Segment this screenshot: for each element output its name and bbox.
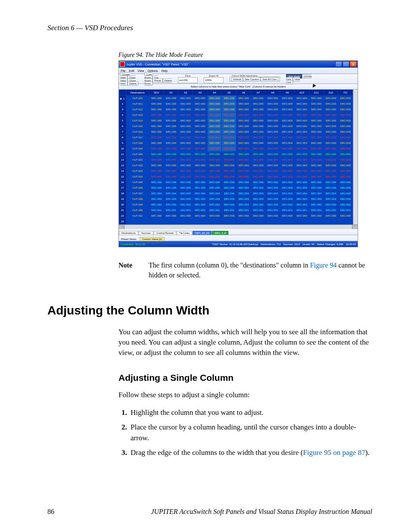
- grid-cell[interactable]: SRC-005: [324, 185, 338, 191]
- grid-cell[interactable]: SRC-000: [309, 101, 324, 107]
- grid-cell[interactable]: SRC-006: [324, 180, 338, 185]
- grid-cell[interactable]: SRC-000: [265, 112, 280, 118]
- grid-cell[interactable]: SRC-000: [280, 163, 295, 168]
- grid-cell[interactable]: SRC-000: [237, 146, 251, 152]
- grid-cell[interactable]: SRC-004: [280, 191, 295, 196]
- grid-cell[interactable]: SRC-000: [309, 146, 324, 152]
- grid-cell[interactable]: SRC-001: [251, 208, 265, 213]
- grid-cell[interactable]: SRC-005: [193, 185, 207, 191]
- grid-cell[interactable]: SRC-000: [324, 107, 338, 112]
- destination-cell[interactable]: OUT-013: [126, 112, 149, 118]
- destination-cell[interactable]: OUT-016: [126, 129, 149, 135]
- view-tab[interactable]: Destinations: [119, 231, 138, 235]
- grid-cell[interactable]: SRC-000: [222, 96, 237, 101]
- grid-cell[interactable]: SRC-002: [251, 202, 265, 208]
- grid-cell[interactable]: SRC-000: [265, 174, 280, 180]
- grid-cell[interactable]: SRC-004: [295, 191, 309, 196]
- grid-cell[interactable]: SRC-000: [309, 107, 324, 112]
- column-header[interactable]: A11: [309, 90, 324, 96]
- grid-cell[interactable]: SRC-000: [265, 213, 280, 219]
- grid-cell[interactable]: SRC-005: [265, 185, 280, 191]
- grid-cell[interactable]: SRC-000: [309, 129, 324, 135]
- grid-cell[interactable]: SRC-000: [149, 124, 164, 129]
- grid-cell[interactable]: SRC-000: [338, 157, 353, 163]
- grid-cell[interactable]: SRC-000: [178, 101, 193, 107]
- grid-cell[interactable]: SRC-005: [280, 185, 295, 191]
- grid-cell[interactable]: SRC-000: [222, 135, 237, 140]
- grid-cell[interactable]: SRC-000: [280, 174, 295, 180]
- row-number[interactable]: 23: [119, 219, 126, 224]
- zoom-input[interactable]: [204, 77, 224, 83]
- grid-cell[interactable]: SRC-000: [251, 101, 265, 107]
- grid-cell[interactable]: SRC-000: [251, 124, 265, 129]
- grid-cell[interactable]: SRC-000: [178, 135, 193, 140]
- grid-cell[interactable]: SRC-005: [338, 185, 353, 191]
- grid-cell[interactable]: SRC-000: [149, 107, 164, 112]
- destination-cell[interactable]: OUT-020: [126, 152, 149, 157]
- grid-cell[interactable]: SRC-000: [338, 96, 353, 101]
- grid-cell[interactable]: [338, 219, 353, 224]
- grid-cell[interactable]: SRC-000: [222, 163, 237, 168]
- row-number[interactable]: 18: [119, 191, 126, 196]
- grid-cell[interactable]: SRC-000: [149, 140, 164, 146]
- grid-cell[interactable]: SRC-002: [295, 202, 309, 208]
- grid-cell[interactable]: SRC-000: [295, 129, 309, 135]
- grid-cell[interactable]: SRC-000: [265, 101, 280, 107]
- view-tab[interactable]: SRC_4_8: [212, 231, 228, 235]
- grid-cell[interactable]: [280, 219, 295, 224]
- destination-cell[interactable]: OUT-023: [126, 168, 149, 174]
- destination-cell[interactable]: OUT-017: [126, 135, 149, 140]
- grid-cell[interactable]: SRC-000: [149, 96, 164, 101]
- grid-cell[interactable]: SRC-000: [164, 107, 178, 112]
- grid-cell[interactable]: SRC-000: [193, 118, 207, 124]
- row-number[interactable]: 21: [119, 208, 126, 213]
- grid-cell[interactable]: SRC-000: [280, 129, 295, 135]
- grid-cell[interactable]: SRC-004: [251, 191, 265, 196]
- grid-cell[interactable]: SRC-000: [178, 124, 193, 129]
- grid-cell[interactable]: SRC-001: [280, 208, 295, 213]
- grid-cell[interactable]: SRC-000: [295, 152, 309, 157]
- grid-cell[interactable]: SRC-000: [309, 118, 324, 124]
- grid-cell[interactable]: SRC-006: [265, 180, 280, 185]
- column-header[interactable]: Destinations: [126, 90, 149, 96]
- grid-cell[interactable]: SRC-000: [265, 168, 280, 174]
- grid-cell[interactable]: SRC-002: [265, 202, 280, 208]
- grid-cell[interactable]: SRC-000: [295, 157, 309, 163]
- grid-cell[interactable]: SRC-000: [207, 152, 222, 157]
- grid-cell[interactable]: SRC-000: [265, 124, 280, 129]
- grid-cell[interactable]: SRC-000: [324, 129, 338, 135]
- grid-cell[interactable]: SRC-000: [222, 101, 237, 107]
- grid-cell[interactable]: SRC-000: [222, 152, 237, 157]
- column-header[interactable]: SDV: [149, 90, 164, 96]
- grid-cell[interactable]: SRC-004: [178, 191, 193, 196]
- figure-94-link[interactable]: Figure 94: [310, 261, 337, 269]
- grid-cell[interactable]: SRC-000: [149, 112, 164, 118]
- grid-cell[interactable]: SRC-000: [193, 157, 207, 163]
- grid-cell[interactable]: SRC-000: [309, 163, 324, 168]
- grid-cell[interactable]: SRC-000: [251, 174, 265, 180]
- grid-cell[interactable]: SRC-000: [265, 118, 280, 124]
- destination-cell[interactable]: OUT-019: [126, 146, 149, 152]
- grid-cell[interactable]: SRC-005: [178, 185, 193, 191]
- grid-cell[interactable]: SRC-003: [164, 196, 178, 202]
- grid-cell[interactable]: SRC-000: [338, 163, 353, 168]
- row-number[interactable]: 12: [119, 157, 126, 163]
- grid-cell[interactable]: SRC-003: [309, 196, 324, 202]
- grid-cell[interactable]: SRC-000: [164, 118, 178, 124]
- grid-cell[interactable]: SRC-000: [164, 168, 178, 174]
- grid-cell[interactable]: SRC-000: [237, 174, 251, 180]
- grid-cell[interactable]: SRC-000: [251, 168, 265, 174]
- grid-cell[interactable]: SRC-000: [237, 152, 251, 157]
- grid-cell[interactable]: SRC-001: [193, 208, 207, 213]
- grid-cell[interactable]: SRC-000: [324, 163, 338, 168]
- destination-cell[interactable]: OUT-028: [126, 196, 149, 202]
- grid-cell[interactable]: SRC-000: [178, 140, 193, 146]
- destination-cell[interactable]: OUT-010: [126, 96, 149, 101]
- grid-cell[interactable]: SRC-000: [251, 163, 265, 168]
- row-number[interactable]: 5: [119, 118, 126, 124]
- grid-cell[interactable]: SRC-000: [237, 96, 251, 101]
- grid-cell[interactable]: SRC-000: [178, 129, 193, 135]
- toolbar-btn[interactable]: Paste: [153, 78, 162, 83]
- grid-cell[interactable]: SRC-000: [207, 129, 222, 135]
- grid-cell[interactable]: SRC-000: [178, 107, 193, 112]
